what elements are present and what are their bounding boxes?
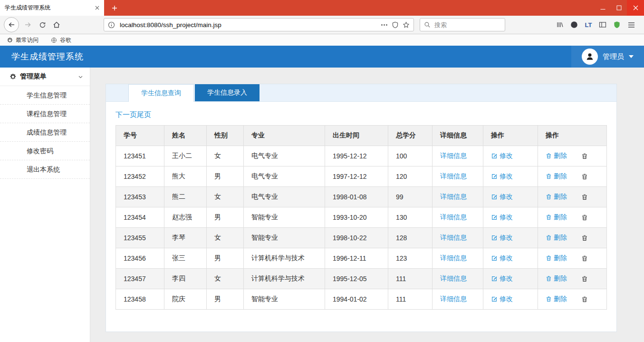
trash-icon[interactable] bbox=[581, 275, 588, 283]
account-circle-icon[interactable] bbox=[567, 18, 581, 32]
url-bar[interactable] bbox=[104, 18, 414, 31]
sidebar-item[interactable]: 成绩信息管理 bbox=[0, 123, 90, 142]
refresh-button[interactable] bbox=[35, 18, 49, 32]
tab-student-entry[interactable]: 学生信息录入 bbox=[195, 84, 260, 101]
new-tab-button[interactable] bbox=[107, 0, 122, 16]
trash-icon[interactable] bbox=[581, 255, 588, 262]
home-button[interactable] bbox=[49, 18, 64, 32]
sidebar-item[interactable]: 学生信息管理 bbox=[0, 86, 90, 105]
detail-link[interactable]: 详细信息 bbox=[440, 193, 467, 201]
next-page-link[interactable]: 下一页 bbox=[115, 110, 137, 118]
restore-button[interactable] bbox=[611, 0, 627, 16]
edit-link[interactable]: 修改 bbox=[491, 274, 513, 283]
delete-link[interactable]: 删除 bbox=[546, 152, 567, 160]
edit-link[interactable]: 修改 bbox=[491, 254, 513, 263]
trash-icon[interactable] bbox=[581, 153, 588, 160]
trash-icon[interactable] bbox=[581, 194, 588, 201]
detail-link[interactable]: 详细信息 bbox=[440, 172, 467, 181]
sidebar-menu-title: 管理菜单 bbox=[20, 72, 47, 81]
forward-button[interactable] bbox=[21, 18, 35, 32]
chevron-down-icon bbox=[78, 74, 83, 79]
sidebar-item[interactable]: 退出本系统 bbox=[0, 160, 90, 179]
user-menu[interactable]: 管理员 bbox=[571, 46, 644, 68]
detail-link[interactable]: 详细信息 bbox=[440, 274, 467, 283]
bookmark-label: 谷歌 bbox=[60, 36, 71, 44]
detail-link[interactable]: 详细信息 bbox=[440, 213, 467, 222]
tracking-shield-icon[interactable] bbox=[392, 21, 399, 29]
delete-link[interactable]: 删除 bbox=[546, 254, 567, 263]
back-button[interactable] bbox=[4, 17, 19, 32]
close-button[interactable] bbox=[627, 0, 644, 16]
tab-student-query[interactable]: 学生信息查询 bbox=[128, 84, 194, 102]
cell-birth: 1993-10-20 bbox=[325, 207, 388, 228]
delete-icon bbox=[546, 235, 552, 241]
cell-name: 院庆 bbox=[164, 289, 207, 310]
cell-birth: 1994-01-02 bbox=[325, 289, 388, 310]
trash-icon[interactable] bbox=[581, 296, 588, 303]
trash-icon[interactable] bbox=[581, 235, 588, 242]
cell-credits: 111 bbox=[388, 269, 433, 289]
bookmark-star-icon[interactable] bbox=[403, 21, 410, 29]
sidebar-item[interactable]: 课程信息管理 bbox=[0, 105, 90, 123]
col-header-birth: 出生时间 bbox=[325, 126, 388, 146]
delete-icon bbox=[546, 214, 552, 221]
cell-name: 张三 bbox=[164, 248, 207, 269]
delete-icon bbox=[546, 296, 552, 303]
page-actions-icon[interactable] bbox=[381, 24, 388, 26]
sidebar-item[interactable]: 修改密码 bbox=[0, 142, 90, 160]
edit-link[interactable]: 修改 bbox=[491, 193, 513, 201]
search-bar[interactable] bbox=[420, 18, 505, 31]
delete-link[interactable]: 删除 bbox=[546, 295, 567, 303]
sidebar-menu-header[interactable]: 管理菜单 bbox=[0, 68, 90, 86]
firefox-window: 学生成绩管理系统 bbox=[0, 0, 644, 342]
url-input[interactable] bbox=[119, 21, 377, 29]
cell-gender: 女 bbox=[207, 228, 244, 248]
student-table-body: 123451 王小二 女 电气专业 1995-12-12 100 详细信息 修改… bbox=[116, 146, 607, 310]
cell-gender: 女 bbox=[207, 269, 244, 289]
green-shield-icon[interactable] bbox=[610, 18, 624, 32]
cell-name: 李琴 bbox=[164, 228, 207, 248]
detail-link[interactable]: 详细信息 bbox=[440, 152, 467, 160]
tab-close-icon[interactable] bbox=[95, 6, 99, 10]
search-input[interactable] bbox=[433, 21, 501, 29]
edit-link[interactable]: 修改 bbox=[491, 213, 513, 222]
sidebar-toggle-icon[interactable] bbox=[596, 18, 610, 32]
browser-tab-title: 学生成绩管理系统 bbox=[5, 4, 91, 12]
trash-icon[interactable] bbox=[581, 173, 588, 180]
cell-student-id: 123455 bbox=[116, 228, 164, 248]
delete-link[interactable]: 删除 bbox=[546, 234, 567, 242]
browser-tab[interactable]: 学生成绩管理系统 bbox=[0, 0, 104, 16]
detail-link[interactable]: 详细信息 bbox=[440, 234, 467, 242]
info-icon[interactable] bbox=[108, 21, 115, 29]
cell-student-id: 123458 bbox=[116, 289, 164, 310]
menu-icon[interactable] bbox=[624, 18, 638, 32]
languagetool-icon[interactable]: LT bbox=[581, 18, 596, 32]
edit-link[interactable]: 修改 bbox=[491, 295, 513, 303]
table-row: 123453 熊二 女 电气专业 1998-01-08 99 详细信息 修改 删… bbox=[116, 187, 607, 207]
bookmark-most-visited[interactable]: 最常访问 bbox=[7, 36, 38, 44]
delete-link[interactable]: 删除 bbox=[546, 172, 567, 181]
bookmark-google[interactable]: 谷歌 bbox=[51, 36, 71, 44]
delete-link[interactable]: 删除 bbox=[546, 213, 567, 222]
col-header-id: 学号 bbox=[116, 126, 164, 146]
edit-link[interactable]: 修改 bbox=[491, 234, 513, 242]
trash-icon[interactable] bbox=[581, 214, 588, 221]
col-header-gender: 性别 bbox=[207, 126, 244, 146]
edit-link[interactable]: 修改 bbox=[491, 152, 513, 160]
cell-student-id: 123452 bbox=[116, 166, 164, 187]
detail-link[interactable]: 详细信息 bbox=[440, 295, 467, 303]
cell-student-id: 123454 bbox=[116, 207, 164, 228]
cell-student-id: 123457 bbox=[116, 269, 164, 289]
delete-link[interactable]: 删除 bbox=[546, 193, 567, 201]
delete-icon bbox=[546, 153, 552, 159]
last-page-link[interactable]: 尾页 bbox=[137, 110, 151, 118]
delete-link[interactable]: 删除 bbox=[546, 274, 567, 283]
edit-link[interactable]: 修改 bbox=[491, 172, 513, 181]
delete-icon bbox=[546, 255, 552, 262]
user-name: 管理员 bbox=[603, 52, 624, 61]
detail-link[interactable]: 详细信息 bbox=[440, 254, 467, 263]
library-icon[interactable] bbox=[553, 18, 567, 32]
minimize-button[interactable] bbox=[595, 0, 611, 16]
col-header-name: 姓名 bbox=[164, 126, 207, 146]
edit-icon bbox=[491, 153, 498, 159]
